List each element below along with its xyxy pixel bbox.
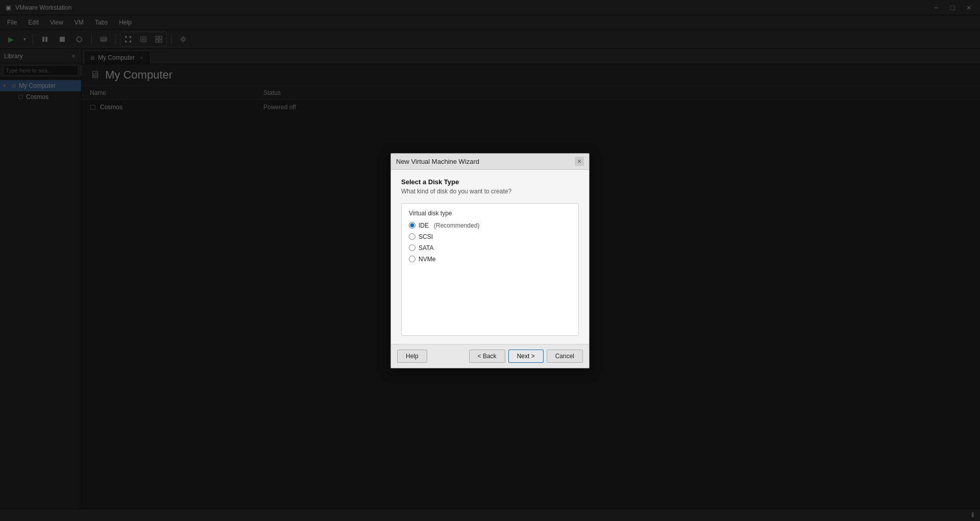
radio-nvme-label: NVMe bbox=[419, 256, 435, 263]
radio-scsi[interactable] bbox=[409, 233, 415, 240]
dialog-body: Select a Disk Type What kind of disk do … bbox=[391, 170, 589, 344]
dialog-content: Virtual disk type IDE (Recommended) SCSI… bbox=[401, 203, 579, 336]
footer-right: < Back Next > Cancel bbox=[469, 350, 583, 363]
radio-scsi-label: SCSI bbox=[419, 233, 433, 240]
dialog-titlebar: New Virtual Machine Wizard × bbox=[391, 154, 589, 170]
radio-ide-note: (Recommended) bbox=[434, 222, 479, 229]
next-button[interactable]: Next > bbox=[508, 350, 544, 363]
modal-overlay: New Virtual Machine Wizard × Select a Di… bbox=[0, 0, 980, 521]
disk-type-group-label: Virtual disk type bbox=[409, 210, 571, 217]
footer-left: Help bbox=[397, 350, 427, 363]
radio-ide-label: IDE bbox=[419, 222, 429, 229]
radio-option-nvme: NVMe bbox=[409, 256, 571, 263]
help-button[interactable]: Help bbox=[397, 350, 427, 363]
radio-sata-label: SATA bbox=[419, 244, 434, 252]
dialog: New Virtual Machine Wizard × Select a Di… bbox=[390, 153, 590, 368]
dialog-footer: Help < Back Next > Cancel bbox=[391, 344, 589, 368]
radio-option-scsi: SCSI bbox=[409, 233, 571, 240]
back-button[interactable]: < Back bbox=[469, 350, 505, 363]
radio-ide[interactable] bbox=[409, 222, 415, 229]
radio-option-ide: IDE (Recommended) bbox=[409, 222, 571, 229]
dialog-title: New Virtual Machine Wizard bbox=[396, 158, 479, 165]
dialog-close-button[interactable]: × bbox=[575, 157, 584, 166]
radio-sata[interactable] bbox=[409, 244, 415, 251]
cancel-button[interactable]: Cancel bbox=[547, 350, 583, 363]
dialog-section-subtitle: What kind of disk do you want to create? bbox=[401, 188, 579, 195]
radio-nvme[interactable] bbox=[409, 256, 415, 262]
radio-option-sata: SATA bbox=[409, 244, 571, 252]
dialog-section-title: Select a Disk Type bbox=[401, 178, 579, 186]
